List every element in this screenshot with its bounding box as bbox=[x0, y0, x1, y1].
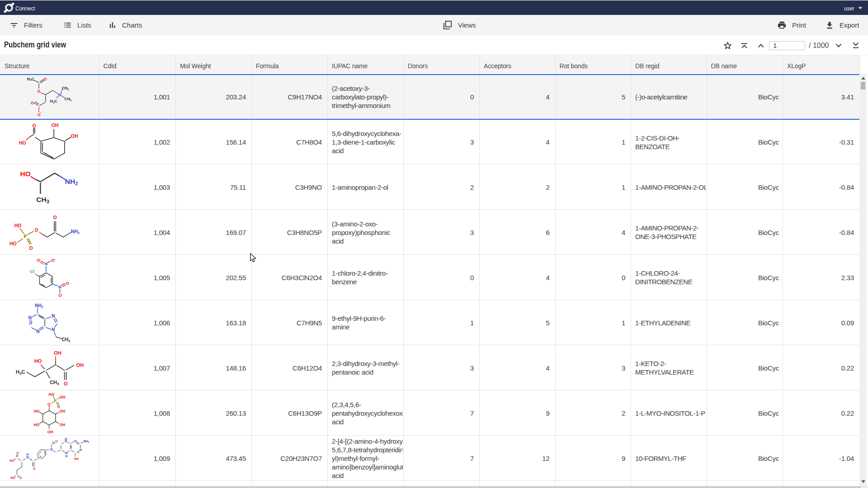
svg-text:CH3: CH3 bbox=[62, 86, 69, 91]
svg-text:HO: HO bbox=[19, 140, 26, 145]
svg-text:HO: HO bbox=[34, 422, 40, 427]
svg-text:P: P bbox=[24, 234, 27, 239]
svg-text:+: + bbox=[61, 92, 62, 94]
svg-text:HO: HO bbox=[14, 223, 22, 228]
svg-text:O: O bbox=[32, 123, 36, 128]
svg-text:H: H bbox=[65, 455, 67, 458]
svg-text:HO: HO bbox=[49, 392, 55, 397]
svg-text:N: N bbox=[80, 448, 82, 451]
svg-text:OH: OH bbox=[52, 122, 59, 128]
svg-text:+: + bbox=[47, 261, 49, 263]
svg-text:O: O bbox=[44, 77, 47, 81]
svg-text:N: N bbox=[28, 315, 32, 320]
svg-text:CH3: CH3 bbox=[62, 337, 70, 343]
svg-text:O: O bbox=[35, 227, 38, 233]
svg-text:OH: OH bbox=[76, 362, 84, 368]
svg-text:N: N bbox=[27, 455, 29, 459]
svg-text:OH: OH bbox=[60, 395, 66, 399]
svg-text:OH: OH bbox=[74, 457, 79, 460]
svg-text:HO: HO bbox=[9, 459, 14, 462]
svg-text:HO: HO bbox=[10, 476, 15, 479]
svg-text:O: O bbox=[57, 404, 60, 409]
svg-text:O: O bbox=[64, 381, 68, 386]
svg-text:P: P bbox=[54, 399, 57, 403]
svg-text:N: N bbox=[52, 327, 55, 332]
svg-text:CH3: CH3 bbox=[50, 380, 59, 386]
svg-text:O: O bbox=[29, 245, 33, 251]
svg-text:OH: OH bbox=[59, 409, 65, 413]
svg-text:N: N bbox=[50, 448, 52, 451]
svg-text:HO: HO bbox=[20, 170, 31, 178]
svg-text:NH2: NH2 bbox=[71, 229, 80, 235]
svg-text:NH2: NH2 bbox=[65, 178, 78, 186]
svg-text:OH: OH bbox=[54, 350, 61, 356]
svg-text:–: – bbox=[40, 111, 42, 114]
svg-text:N: N bbox=[74, 440, 76, 443]
svg-text:H3C: H3C bbox=[50, 99, 57, 104]
svg-text:N: N bbox=[52, 314, 55, 319]
svg-text:O: O bbox=[16, 451, 19, 455]
svg-text:O: O bbox=[37, 89, 40, 94]
svg-text:HO: HO bbox=[34, 358, 42, 364]
svg-text:NH2: NH2 bbox=[84, 440, 90, 444]
svg-text:H3C: H3C bbox=[16, 369, 25, 375]
svg-text:O: O bbox=[53, 215, 57, 220]
svg-text:Cl: Cl bbox=[30, 269, 34, 274]
svg-text:O: O bbox=[37, 258, 40, 263]
svg-text:N: N bbox=[36, 329, 39, 334]
svg-text:–: – bbox=[61, 292, 63, 295]
svg-text:O: O bbox=[31, 101, 34, 105]
svg-text:NH2: NH2 bbox=[35, 303, 43, 309]
svg-text:O: O bbox=[66, 281, 69, 286]
svg-text:O: O bbox=[19, 476, 22, 479]
svg-text:H3C: H3C bbox=[27, 77, 34, 82]
svg-text:O: O bbox=[33, 467, 35, 470]
svg-text:O: O bbox=[47, 402, 51, 407]
svg-text:CH3: CH3 bbox=[65, 97, 72, 102]
svg-text:CH3: CH3 bbox=[36, 196, 49, 204]
svg-text:–: – bbox=[54, 258, 56, 260]
svg-text:O: O bbox=[55, 440, 57, 443]
svg-text:HO: HO bbox=[34, 409, 40, 413]
svg-text:+: + bbox=[61, 284, 63, 286]
svg-text:OH: OH bbox=[59, 422, 65, 427]
svg-text:OH: OH bbox=[71, 133, 78, 139]
svg-text:OH: OH bbox=[47, 430, 53, 434]
svg-text:HO: HO bbox=[9, 241, 17, 246]
svg-text:N: N bbox=[65, 440, 67, 443]
